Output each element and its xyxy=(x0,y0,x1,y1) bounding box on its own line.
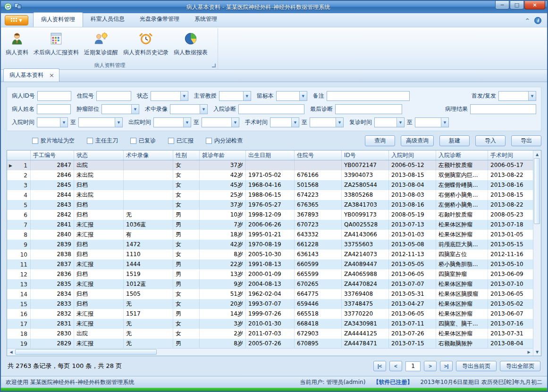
column-header-id-no[interactable]: ID号 xyxy=(342,150,389,160)
discharge-time-to-select[interactable]: ▼ xyxy=(202,117,239,127)
patient-id-input[interactable] xyxy=(37,91,71,101)
column-header-admission-diagnosis[interactable]: 入院诊断 xyxy=(436,150,488,160)
checkbox-reported[interactable]: 已汇报 xyxy=(168,137,194,145)
export-all-pages-button[interactable]: 导出全部页 xyxy=(500,361,540,371)
table-row[interactable]: 132835未汇报1012蓝男9岁2004-08-13670265ZA44708… xyxy=(7,279,533,289)
table-row[interactable]: 102838归档1110女8岁2005-10-30636143ZA4214073… xyxy=(7,250,533,259)
final-diagnosis-input[interactable] xyxy=(335,104,402,114)
column-header-surgery-date[interactable]: 手术时间 xyxy=(488,150,533,160)
table-row[interactable]: 52843归档女37岁1976-05-27676365ZA38417032013… xyxy=(7,200,533,210)
collapse-ribbon-icon[interactable]: ^ xyxy=(525,17,530,24)
column-header-birth-date[interactable]: 出生日期 xyxy=(246,150,295,160)
surgery-video-select[interactable]: ▼ xyxy=(170,104,208,114)
record-summary: 共 2763 条记录，每页 100 条，共 28 页 xyxy=(8,362,122,370)
admission-time-to-select[interactable]: ▼ xyxy=(78,117,123,127)
ribbon-button-revisit-reminder[interactable]: 近期复诊提醒 xyxy=(82,30,120,58)
table-row[interactable]: 172831未汇报无女3岁2010-01-30668418ZA343098120… xyxy=(7,319,533,329)
column-header-status[interactable]: 状态 xyxy=(74,150,124,160)
horizontal-scroll-thumb[interactable] xyxy=(15,349,157,355)
ribbon-tab-system-management[interactable]: 系统管理 xyxy=(187,12,225,27)
vertical-scroll-track[interactable] xyxy=(533,158,541,348)
table-row[interactable]: 62842归档无男10岁1998-12-09367893YB0099173200… xyxy=(7,210,533,220)
column-header-visit-age[interactable]: 就诊年龄 xyxy=(200,150,246,160)
group-dialog-launcher-icon[interactable] xyxy=(212,64,216,67)
horizontal-scroll-track[interactable] xyxy=(15,349,525,356)
tab-close-icon[interactable]: × xyxy=(49,73,54,78)
checkbox-chief-surgeon[interactable]: 主任主刀 xyxy=(87,137,118,145)
table-row[interactable]: 92839归档1472女42岁1970-08-19661228337556032… xyxy=(7,240,533,250)
column-header-surgery-video[interactable]: 术中录像 xyxy=(124,150,173,160)
column-header-gender[interactable]: 性别 xyxy=(173,150,200,160)
professor-select[interactable]: ▼ xyxy=(219,91,251,101)
export-button[interactable]: 导出 xyxy=(511,135,541,146)
table-row[interactable]: 22846未出院女42岁1971-05-02676166339040732013… xyxy=(7,170,533,180)
checkbox-film-address-empty[interactable]: 胶片地址为空 xyxy=(32,137,75,145)
new-button[interactable]: 新建 xyxy=(439,135,470,146)
table-row[interactable]: 122836归档1519男13岁2000-01-09665599ZA406598… xyxy=(7,269,533,279)
pager-page-input[interactable] xyxy=(405,361,421,371)
vertical-scroll-thumb[interactable] xyxy=(534,158,540,224)
column-header-admission-date[interactable]: 入院时间 xyxy=(389,150,436,160)
surgery-time-to-select[interactable]: ▼ xyxy=(310,117,344,127)
app-menu-button[interactable]: ▼ xyxy=(5,15,28,25)
registered-badge: 【软件已注册】 xyxy=(373,378,413,386)
table-row[interactable]: 182830出院无女2岁2011-07-03672903ZA4444125201… xyxy=(7,329,533,339)
table-row[interactable]: 72841未汇报1036蓝男7岁2006-06-26670723QA002552… xyxy=(7,220,533,230)
table-row[interactable]: 142834归档1505女51岁1962-02-0466477533769408… xyxy=(7,289,533,299)
scroll-right-icon[interactable]: ▶ xyxy=(525,350,533,354)
ribbon-tab-disc-video-management[interactable]: 光盘录像带管理 xyxy=(132,12,187,27)
admission-time-from-select[interactable]: ▼ xyxy=(37,117,68,127)
surgery-time-from-select[interactable]: ▼ xyxy=(270,117,299,127)
table-row[interactable]: 82840未汇报有男18岁1995-01-21643332ZA414306620… xyxy=(7,230,533,240)
table-row[interactable]: 42844未出院女25岁1988-06-15674223338052682013… xyxy=(7,190,533,200)
export-current-page-button[interactable]: 导出当前页 xyxy=(456,361,497,371)
specimen-select[interactable]: ▼ xyxy=(276,91,307,101)
checkbox-revisited[interactable]: 已复诊 xyxy=(130,137,156,145)
scroll-left-icon[interactable]: ◀ xyxy=(7,350,15,354)
revisit-time-from-select[interactable]: ▼ xyxy=(374,117,405,127)
minimize-button[interactable]: ─ xyxy=(495,1,509,9)
remark-input[interactable] xyxy=(327,91,410,101)
prev-page-button[interactable]: < xyxy=(389,361,402,371)
discharge-time-from-select[interactable]: ▼ xyxy=(153,117,191,127)
table-row[interactable]: ▶12847出院女37岁YB00721472006-05-12左额叶胶质瘤200… xyxy=(7,160,533,170)
table-row[interactable]: 32845归档女45岁1968-04-16501568ZA25805442013… xyxy=(7,180,533,190)
ribbon-tab-department-staff-info[interactable]: 科室人员信息 xyxy=(83,12,132,27)
advanced-query-button[interactable]: 高级查询 xyxy=(401,135,434,146)
patient-name-input[interactable] xyxy=(37,104,71,114)
query-button[interactable]: 查询 xyxy=(365,135,395,146)
scroll-down-icon[interactable]: ▼ xyxy=(533,348,541,356)
last-page-button[interactable]: >| xyxy=(440,361,453,371)
ribbon-button-patient-history[interactable]: 病人资料历史记录 xyxy=(121,30,170,58)
tab-patient-basic-data[interactable]: 病人基本资料 × xyxy=(3,68,59,82)
ribbon-button-postop-report-data[interactable]: 术后病人汇报资料 xyxy=(32,30,81,58)
table-row[interactable]: 152833归档无女20岁1993-07-0765944633748475201… xyxy=(7,299,533,309)
vertical-scrollbar[interactable]: ▲ ▼ xyxy=(533,150,541,356)
ribbon-button-patient-data[interactable]: 病人资料 xyxy=(4,30,30,58)
column-header-manual-no[interactable]: 手工编号 xyxy=(31,150,74,160)
info-icon[interactable]: i xyxy=(534,17,541,24)
cell-visit-age: 14岁 xyxy=(200,309,246,319)
ribbon-button-patient-report-chart[interactable]: 病人数据报表 xyxy=(172,30,210,58)
layout-icon[interactable] xyxy=(15,3,21,11)
maximize-button[interactable]: □ xyxy=(510,1,524,9)
table-row[interactable]: 112837未汇报1444男22岁1991-08-13660599ZA40894… xyxy=(7,259,533,269)
ribbon-tab-patient-data-management[interactable]: 病人资料管理 xyxy=(33,12,83,27)
next-page-button[interactable]: > xyxy=(424,361,437,371)
pathology-result-input[interactable] xyxy=(470,104,536,114)
tumor-site-select[interactable]: ▼ xyxy=(101,104,139,114)
first-page-button[interactable]: |< xyxy=(373,361,386,371)
admission-diagnosis-input[interactable] xyxy=(238,104,304,114)
column-header-admission-no[interactable]: 住院号 xyxy=(295,150,342,160)
status-select[interactable]: ▼ xyxy=(151,91,188,101)
table-row[interactable]: 162832未汇报1517男14岁1999-07-266655183377022… xyxy=(7,309,533,319)
revisit-time-to-select[interactable]: ▼ xyxy=(415,117,449,127)
first-or-recur-select[interactable]: ▼ xyxy=(498,91,536,101)
scroll-up-icon[interactable]: ▲ xyxy=(533,150,541,158)
horizontal-scrollbar[interactable]: ◀ ▶ xyxy=(7,348,533,356)
checkbox-endocrine-exam[interactable]: 内分泌检查 xyxy=(206,137,243,145)
admission-no-input[interactable] xyxy=(96,91,131,101)
close-button[interactable]: × xyxy=(524,1,545,9)
table-row[interactable]: 192829未汇报无男8岁2005-07-26670895ZA447847120… xyxy=(7,339,533,348)
import-button[interactable]: 导入 xyxy=(475,135,506,146)
